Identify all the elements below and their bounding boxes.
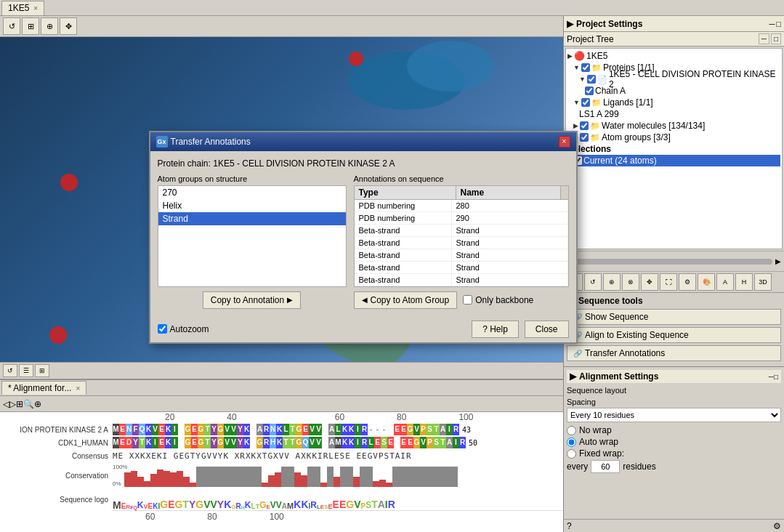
annotation-row-6[interactable]: Beta-strand Strand [355,262,568,274]
ann-type-2: PDB numbering [355,212,452,224]
help-btn[interactable]: ? Help [472,321,519,338]
gx-icon: Gx [156,136,168,148]
copy-to-atom-group-label: Copy to Atom Group [371,295,450,305]
protein-chain-text: Protein chain: 1KE5 - CELL DIVISION PROT… [158,158,395,169]
copy-atom-group-row: ◀ Copy to Atom Group Only backbone [354,291,569,309]
copy-to-annotation-label: Copy to Annotation [211,295,284,305]
ann-type-4: Beta-strand [355,237,452,249]
modal-title: Gx Transfer Annotations [156,136,251,148]
modal-action-btns: ? Help Close [472,321,568,338]
annotations-scroll[interactable]: PDB numbering 280 PDB numbering 290 Beta… [355,200,568,286]
modal-overlay: Gx Transfer Annotations × Protein chain:… [0,0,784,532]
modal-title-text: Transfer Annotations [171,137,251,147]
annotations-table-header: Type Name [355,186,568,200]
annotation-row-2[interactable]: PDB numbering 290 [355,212,568,225]
atom-groups-section: Atom groups on structure 270 Helix Stran… [158,174,347,309]
atom-group-strand[interactable]: Strand [158,212,346,225]
modal-columns: Atom groups on structure 270 Helix Stran… [158,174,569,309]
atom-group-helix[interactable]: Helix [158,199,346,212]
only-backbone-check[interactable] [463,295,472,305]
only-backbone-text: Only backbone [475,295,533,305]
modal-close-btn[interactable]: × [559,136,570,148]
autozoom-label: Autozoom [158,324,209,334]
autozoom-check[interactable] [158,324,167,334]
atom-group-strand-label: Strand [163,214,188,224]
annotation-row-1[interactable]: PDB numbering 280 [355,200,568,212]
type-col-header: Type [355,186,456,199]
name-col-header: Name [456,186,561,199]
atom-groups-list[interactable]: 270 Helix Strand [158,185,347,287]
modal-body: Protein chain: 1KE5 - CELL DIVISION PROT… [150,151,576,316]
autozoom-text: Autozoom [170,324,209,334]
ann-name-2: 290 [452,212,568,224]
only-backbone-label: Only backbone [463,295,533,305]
copy-to-atom-group-btn[interactable]: ◀ Copy to Atom Group [354,291,458,309]
atom-group-270-label: 270 [163,188,177,198]
annotation-row-7[interactable]: Beta-strand Strand [355,274,568,286]
modal-protein-chain: Protein chain: 1KE5 - CELL DIVISION PROT… [158,158,569,169]
annotation-row-4[interactable]: Beta-strand Strand [355,237,568,249]
copy-to-annotation-icon: ▶ [287,296,293,304]
annotation-row-5[interactable]: Beta-strand Strand [355,249,568,262]
ann-name-1: 280 [452,200,568,211]
annotations-label: Annotations on sequence [354,174,569,183]
ann-name-5: Strand [452,249,568,261]
ann-type-1: PDB numbering [355,200,452,211]
ann-name-4: Strand [452,237,568,249]
ann-name-6: Strand [452,262,568,273]
ann-type-3: Beta-strand [355,225,452,236]
modal-footer: Autozoom ? Help Close [150,316,576,342]
ann-type-5: Beta-strand [355,249,452,261]
transfer-annotations-modal: Gx Transfer Annotations × Protein chain:… [149,131,578,344]
annotations-section: Annotations on sequence Type Name PDB nu… [354,174,569,309]
ann-name-3: Strand [452,225,568,236]
copy-to-annotation-btn[interactable]: Copy to Annotation ▶ [203,291,301,309]
copy-to-atom-group-icon: ◀ [362,296,368,304]
close-btn-label: Close [536,324,558,334]
ann-type-7: Beta-strand [355,274,452,286]
atom-group-270[interactable]: 270 [158,186,346,199]
scroll-placeholder [561,186,568,199]
close-btn[interactable]: Close [525,321,569,338]
copy-annotation-row: Copy to Annotation ▶ [158,291,347,309]
annotations-list[interactable]: Type Name PDB numbering 280 PDB numberi [354,185,569,287]
atom-group-helix-label: Helix [163,201,182,211]
ann-type-6: Beta-strand [355,262,452,273]
ann-name-7: Strand [452,274,568,286]
modal-titlebar: Gx Transfer Annotations × [150,132,576,151]
help-btn-label: ? Help [482,324,508,334]
atom-groups-label: Atom groups on structure [158,174,347,183]
annotation-row-3[interactable]: Beta-strand Strand [355,225,568,237]
